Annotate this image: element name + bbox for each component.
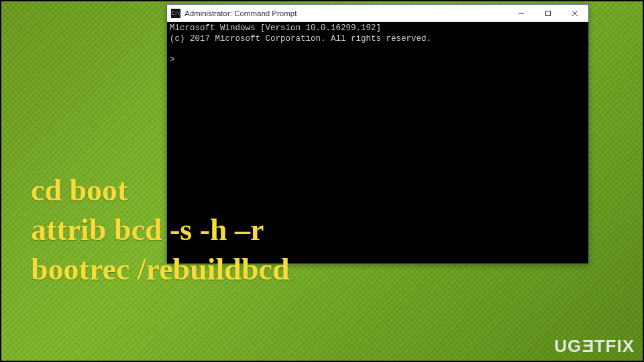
window-title: Administrator: Command Prompt xyxy=(184,9,508,17)
overlay-command-1: cd boot xyxy=(31,171,290,210)
ugetfix-watermark: UGETFIX xyxy=(554,336,635,357)
terminal-line-2: (c) 2017 Microsoft Corporation. All righ… xyxy=(170,34,431,44)
window-controls xyxy=(508,5,588,21)
svg-rect-1 xyxy=(546,11,551,15)
cmd-icon: C:\ xyxy=(171,9,180,18)
close-icon xyxy=(572,10,578,17)
overlay-command-3: bootrec /rebuildbcd xyxy=(31,250,290,290)
window-titlebar[interactable]: C:\ Administrator: Command Prompt xyxy=(167,5,588,22)
watermark-part3: TFIX xyxy=(594,336,635,357)
minimize-button[interactable] xyxy=(508,5,535,21)
watermark-part1: UG xyxy=(554,336,582,357)
maximize-button[interactable] xyxy=(535,5,561,21)
close-button[interactable] xyxy=(561,5,588,21)
minimize-icon xyxy=(518,10,525,17)
terminal-prompt: > xyxy=(170,55,175,64)
maximize-icon xyxy=(545,10,551,17)
watermark-part2: E xyxy=(582,336,594,357)
command-overlay-text: cd boot attrib bcd -s -h –r bootrec /reb… xyxy=(31,171,290,290)
overlay-command-2: attrib bcd -s -h –r xyxy=(31,210,290,250)
terminal-line-1: Microsoft Windows [Version 10.0.16299.19… xyxy=(170,23,381,33)
